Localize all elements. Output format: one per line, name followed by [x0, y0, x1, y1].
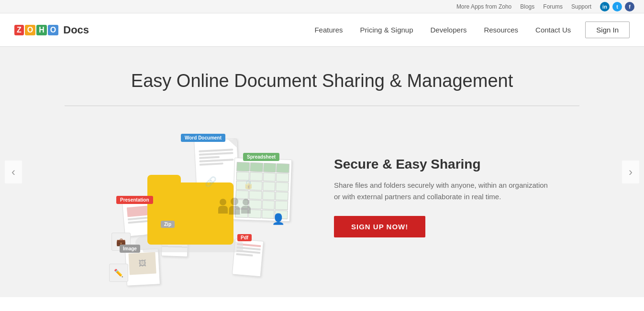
hero-illustration: Word Document Spreadsheet — [95, 125, 296, 268]
tag-spreadsheet: Spreadsheet — [243, 153, 279, 161]
logo-o: O — [25, 25, 35, 35]
bottom-teaser: Create, manage, organize, share and coll… — [0, 297, 644, 311]
pricing-nav[interactable]: Pricing & Signup — [360, 26, 413, 34]
person-icon-right: 👤 — [272, 213, 285, 225]
tag-image: Image — [120, 245, 140, 253]
chain-link-icon: 🔗 — [205, 176, 217, 187]
person-2 — [229, 198, 240, 215]
twitter-icon[interactable]: t — [612, 2, 622, 11]
logo-o2: O — [48, 25, 58, 35]
person-3 — [241, 199, 251, 214]
support-link[interactable]: Support — [571, 3, 591, 10]
hero-section: ‹ › Easy Online Document Sharing & Manag… — [0, 47, 644, 297]
hero-content: Word Document Spreadsheet — [0, 125, 644, 268]
folder-people — [218, 199, 251, 214]
signup-button[interactable]: SIGN UP NOW! — [334, 216, 425, 237]
carousel-prev-button[interactable]: ‹ — [5, 161, 22, 183]
card-icon-2: ✏️ — [109, 264, 128, 282]
tag-word: Word Document — [181, 134, 225, 142]
tag-presentation: Presentation — [116, 196, 153, 204]
logo-z: Z — [14, 25, 24, 35]
features-nav[interactable]: Features — [314, 26, 343, 34]
zoho-logo: Z O H O — [14, 25, 58, 35]
folder-front: 🔗 🔒 — [147, 192, 233, 245]
hero-divider — [65, 106, 580, 106]
social-icons: in t f — [600, 2, 634, 11]
forums-link[interactable]: Forums — [543, 3, 563, 10]
image-doc: 🖼 — [125, 248, 160, 286]
logo-h: H — [36, 25, 47, 35]
developers-nav[interactable]: Developers — [431, 26, 467, 34]
tag-zip: Zip — [161, 221, 175, 228]
resources-nav[interactable]: Resources — [484, 26, 518, 34]
contact-nav[interactable]: Contact Us — [535, 26, 571, 34]
carousel-next-button[interactable]: › — [622, 161, 639, 183]
logo-docs-text: Docs — [63, 24, 89, 36]
lock-icon: 🔒 — [243, 179, 254, 190]
more-apps-link[interactable]: More Apps from Zoho — [456, 3, 511, 10]
hero-title: Easy Online Document Sharing & Managemen… — [0, 71, 644, 91]
tag-pdf: Pdf — [237, 234, 252, 241]
sign-in-button[interactable]: Sign In — [585, 21, 630, 38]
edit-icon: ✏️ — [114, 268, 123, 278]
person-1 — [218, 199, 228, 214]
main-nav: Z O H O Docs Features Pricing & Signup D… — [0, 13, 644, 47]
slide-description: Share files and folders securely with an… — [334, 180, 549, 203]
blogs-link[interactable]: Blogs — [520, 3, 534, 10]
slide-heading: Secure & Easy Sharing — [334, 157, 549, 172]
facebook-icon[interactable]: f — [625, 2, 634, 11]
utility-bar: More Apps from Zoho Blogs Forums Support… — [0, 0, 644, 13]
hero-right-content: Secure & Easy Sharing Share files and fo… — [334, 157, 549, 237]
nav-links: Features Pricing & Signup Developers Res… — [314, 26, 571, 34]
linkedin-icon[interactable]: in — [600, 2, 610, 11]
logo-area[interactable]: Z O H O Docs — [14, 24, 89, 36]
